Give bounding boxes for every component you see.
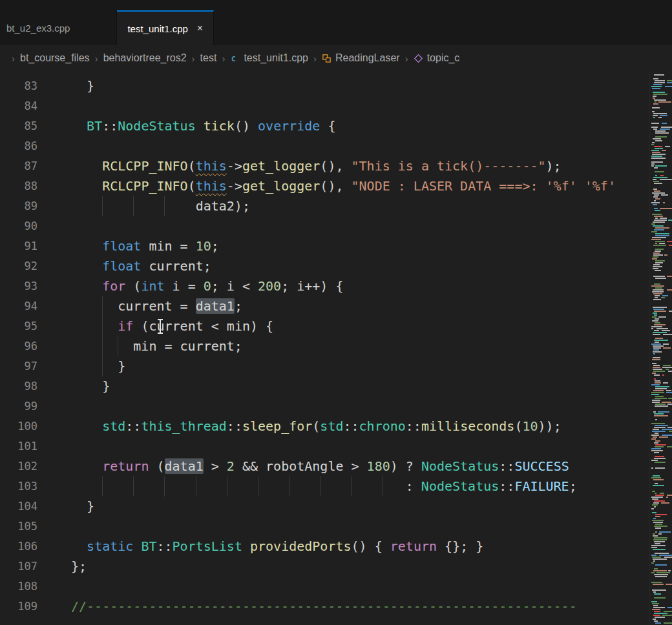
code-text [37, 517, 649, 537]
line-number: 96 [0, 336, 37, 356]
breadcrumb-item-behaviortree-ros2[interactable]: behaviortree_ros2 [103, 52, 187, 64]
line-number: 103 [0, 476, 37, 497]
mouse-ibeam-cursor [160, 319, 161, 334]
code-text: } [37, 356, 649, 376]
breadcrumb-item-test-unit1-cpp[interactable]: Ctest_unit1.cpp [230, 52, 308, 64]
code-line[interactable]: 85 BT::NodeStatus tick() override { [0, 116, 649, 136]
tab-label: test_unit1.cpp [127, 23, 187, 34]
indent-guide [164, 196, 165, 216]
code-text [37, 216, 649, 236]
breadcrumb-label: bt_course_files [20, 52, 90, 64]
code-text: } [37, 76, 649, 96]
svg-text:C: C [231, 54, 236, 63]
indent-guide [102, 296, 103, 316]
line-number: 101 [0, 436, 37, 456]
indent-guide [118, 336, 118, 356]
line-number: 108 [0, 577, 37, 597]
code-text [37, 136, 649, 156]
code-line[interactable]: 109//-----------------------------------… [0, 597, 649, 617]
code-line[interactable]: 97 } [0, 356, 649, 376]
code-line[interactable]: 86 [0, 136, 649, 156]
code-line[interactable]: 101 [0, 436, 649, 456]
minimap[interactable] [649, 71, 672, 625]
code-line[interactable]: 103 : NodeStatus::FAILURE; [0, 476, 649, 497]
indent-guide [164, 476, 165, 497]
breadcrumb-item-bt-course-files[interactable]: bt_course_files [20, 52, 90, 64]
line-number: 99 [0, 396, 37, 416]
code-line[interactable]: 94 current = data1; [0, 296, 649, 316]
tab-label: bt_u2_ex3.cpp [6, 23, 70, 34]
code-text: return (data1 > 2 && robotAngle > 180) ?… [37, 456, 649, 476]
code-text: data2); [37, 196, 649, 216]
code-line[interactable]: 90 [0, 216, 649, 236]
chevron-right-icon: › [405, 53, 408, 64]
line-number: 88 [0, 176, 37, 196]
indent-guide [102, 476, 103, 497]
line-number: 83 [0, 76, 37, 96]
breadcrumb-label: test_unit1.cpp [244, 52, 308, 64]
breadcrumb-item-topic-c[interactable]: topic_c [414, 52, 460, 64]
line-number: 91 [0, 236, 37, 256]
code-line[interactable]: 95 if (current < min) { [0, 316, 649, 336]
indent-guide [102, 336, 103, 356]
chevron-right-icon: › [313, 53, 317, 64]
line-number: 107 [0, 557, 37, 577]
indent-guide [133, 196, 134, 216]
code-text: } [37, 497, 649, 517]
line-number: 106 [0, 537, 37, 557]
breadcrumb: ›bt_course_files›behaviortree_ros2›test›… [0, 45, 672, 71]
code-text [37, 396, 649, 416]
chevron-right-icon: › [12, 53, 15, 64]
code-line[interactable]: 91 float min = 10; [0, 236, 649, 256]
code-line[interactable]: 108 [0, 577, 649, 597]
line-number: 95 [0, 316, 37, 336]
code-line[interactable]: 83 } [0, 76, 649, 96]
breadcrumb-item-readinglaser[interactable]: ReadingLaser [322, 52, 400, 64]
code-text: float min = 10; [37, 236, 649, 256]
code-line[interactable]: 96 min = current; [0, 336, 649, 356]
line-number: 92 [0, 256, 37, 276]
method-icon [414, 54, 423, 63]
indent-guide [289, 476, 289, 497]
code-line[interactable]: 106 static BT::PortsList providedPorts()… [0, 537, 649, 557]
code-line[interactable]: 100 std::this_thread::sleep_for(std::chr… [0, 416, 649, 436]
breadcrumb-label: ReadingLaser [335, 52, 400, 64]
line-number: 87 [0, 156, 37, 176]
code-line[interactable]: 84 [0, 96, 649, 116]
tab-test_unit1-cpp[interactable]: test_unit1.cpp × [117, 10, 214, 45]
code-text: static BT::PortsList providedPorts() { r… [37, 537, 649, 557]
code-text: if (current < min) { [37, 316, 649, 336]
code-line[interactable]: 98 } [0, 376, 649, 396]
line-number: 94 [0, 296, 37, 316]
line-number: 104 [0, 497, 37, 517]
code-line[interactable]: 104 } [0, 497, 649, 517]
code-lines[interactable]: 83 }8485 BT::NodeStatus tick() override … [0, 71, 649, 625]
indent-guide [383, 476, 383, 497]
code-line[interactable]: 107}; [0, 557, 649, 577]
breadcrumb-label: topic_c [427, 52, 460, 64]
code-line[interactable]: 102 return (data1 > 2 && robotAngle > 18… [0, 456, 649, 476]
breadcrumb-item-test[interactable]: test [200, 52, 217, 64]
code-line[interactable]: 93 for (int i = 0; i < 200; i++) { [0, 276, 649, 296]
line-number: 98 [0, 376, 37, 396]
code-line[interactable]: 105 [0, 517, 649, 537]
breadcrumb-label: test [200, 52, 217, 64]
line-number: 84 [0, 96, 37, 116]
code-text: current = data1; [37, 296, 649, 316]
close-icon[interactable]: × [197, 23, 203, 34]
code-text: BT::NodeStatus tick() override { [37, 116, 649, 136]
code-line[interactable]: 99 [0, 396, 649, 416]
code-text: RCLCPP_INFO(this->get_logger(), "NODE : … [37, 176, 649, 196]
code-line[interactable]: 89 data2); [0, 196, 649, 216]
code-text: }; [37, 557, 649, 577]
line-number: 86 [0, 136, 37, 156]
line-number: 102 [0, 456, 37, 476]
code-text [37, 436, 649, 456]
indent-guide [351, 476, 352, 497]
code-text: : NodeStatus::FAILURE; [37, 476, 649, 497]
code-line[interactable]: 87 RCLCPP_INFO(this->get_logger(), "This… [0, 156, 649, 176]
code-line[interactable]: 88 RCLCPP_INFO(this->get_logger(), "NODE… [0, 176, 649, 196]
tab-bt_u2_ex3-cpp[interactable]: bt_u2_ex3.cpp [0, 10, 117, 45]
code-line[interactable]: 92 float current; [0, 256, 649, 276]
code-text: for (int i = 0; i < 200; i++) { [37, 276, 649, 296]
